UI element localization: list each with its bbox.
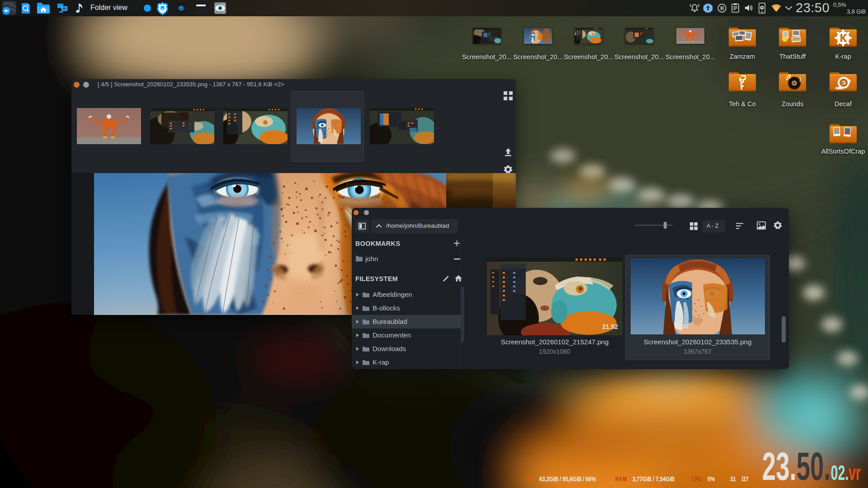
svg-text:21.52: 21.52 [602,323,618,330]
